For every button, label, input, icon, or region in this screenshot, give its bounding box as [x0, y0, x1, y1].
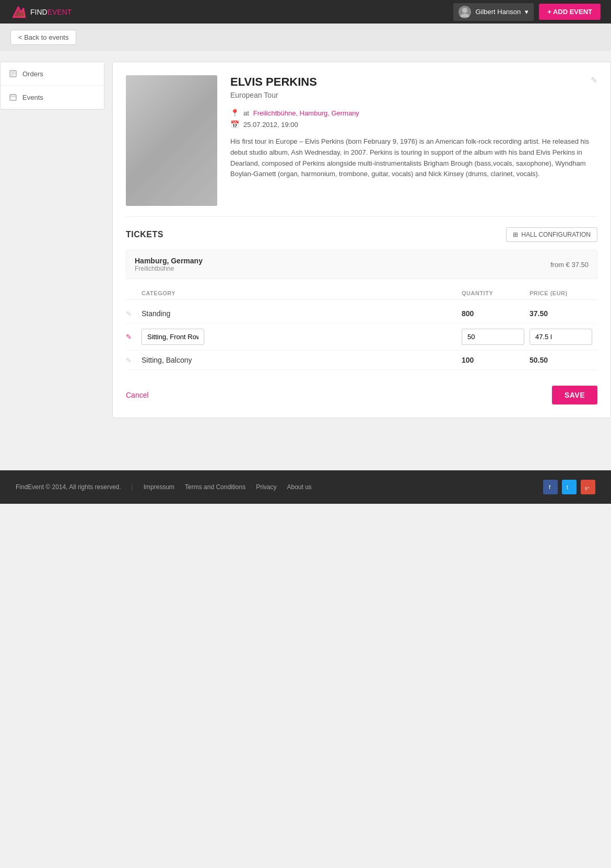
sidebar-item-events-label: Events	[22, 94, 43, 101]
footer-divider-1: |	[132, 483, 133, 491]
ticket-row-sitting-front: ✎	[126, 323, 597, 351]
add-event-button[interactable]: + ADD EVENT	[539, 4, 601, 20]
venue-info: Hamburg, Germany Freilichtbühne	[135, 257, 203, 272]
logo-text: FINDEVENT	[30, 8, 72, 16]
event-title-group: ELVIS PERKINS European Tour	[230, 75, 317, 109]
footer-social: f t g+	[543, 480, 595, 494]
event-image	[126, 75, 217, 206]
main-layout: Orders Events ELVIS PERKINS E	[0, 51, 611, 429]
event-top: ELVIS PERKINS European Tour ✎ 📍 at Freil…	[126, 75, 597, 206]
event-meta: 📍 at Freilichtbühne, Hamburg, Germany 📅 …	[230, 109, 597, 129]
user-name: Gilbert Hanson	[475, 8, 521, 16]
venue-sub: Freilichtbühne	[135, 265, 203, 272]
ticket-row-sitting-balcony: ✎ Sitting, Balcony 100 50.50	[126, 351, 597, 370]
location-prefix: at	[243, 109, 249, 117]
back-to-events-button[interactable]: < Back to events	[10, 30, 76, 45]
hall-config-label: HALL CONFIGURATION	[521, 231, 591, 238]
tickets-header: TICKETS ⊞ HALL CONFIGURATION	[126, 227, 597, 242]
sitting-balcony-price: 50.50	[530, 356, 597, 364]
tickets-section: TICKETS ⊞ HALL CONFIGURATION Hamburg, Ge…	[126, 216, 597, 404]
logo-icon	[10, 4, 26, 20]
col-category-header: CATEGORY	[142, 290, 462, 296]
event-title: ELVIS PERKINS	[230, 75, 317, 89]
action-row: Cancel SAVE	[126, 380, 597, 404]
sitting-front-edit-icon[interactable]: ✎	[126, 333, 142, 341]
facebook-icon[interactable]: f	[543, 480, 558, 494]
event-date: 25.07.2012, 19:00	[243, 121, 298, 129]
logo: FINDEVENT	[10, 4, 72, 20]
col-empty	[126, 290, 142, 296]
svg-text:f: f	[549, 484, 551, 490]
venue-name: Hamburg, Germany	[135, 257, 203, 265]
location-row: 📍 at Freilichtbühne, Hamburg, Germany	[230, 109, 597, 117]
col-quantity-header: QUANTITY	[462, 290, 530, 296]
standing-edit-icon[interactable]: ✎	[126, 310, 142, 318]
location-link[interactable]: Freilichtbühne, Hamburg, Germany	[253, 109, 359, 117]
event-detail: ELVIS PERKINS European Tour ✎ 📍 at Freil…	[112, 62, 611, 418]
event-subtitle: European Tour	[230, 91, 317, 99]
googleplus-icon[interactable]: g+	[581, 480, 595, 494]
sitting-front-quantity-input[interactable]	[462, 329, 524, 345]
grid-icon: ⊞	[513, 231, 518, 238]
standing-category: Standing	[142, 309, 462, 318]
back-bar: < Back to events	[0, 24, 611, 51]
event-title-row: ELVIS PERKINS European Tour ✎	[230, 75, 597, 109]
events-icon	[9, 93, 17, 101]
venue-price: from € 37.50	[550, 261, 589, 269]
sitting-front-price-input[interactable]	[530, 329, 592, 345]
event-description: His first tour in Europe – Elvis Perkins…	[230, 136, 597, 180]
ticket-row-standing: ✎ Standing 800 37.50	[126, 304, 597, 323]
footer-about-link[interactable]: About us	[287, 483, 311, 491]
ticket-table-header: CATEGORY QUANTITY PRICE (EUR)	[126, 287, 597, 300]
footer-privacy-link[interactable]: Privacy	[256, 483, 276, 491]
sidebar-item-orders[interactable]: Orders	[1, 62, 104, 86]
save-button[interactable]: SAVE	[552, 386, 597, 404]
footer-impressum-link[interactable]: Impressum	[144, 483, 174, 491]
user-selector[interactable]: Gilbert Hanson ▾	[453, 3, 534, 21]
orders-icon	[9, 70, 17, 78]
cancel-button[interactable]: Cancel	[126, 391, 149, 399]
footer: FindEvent © 2014, All rights reserved. |…	[0, 470, 611, 504]
event-info: ELVIS PERKINS European Tour ✎ 📍 at Freil…	[230, 75, 597, 206]
standing-quantity: 800	[462, 309, 530, 318]
sitting-balcony-edit-icon[interactable]: ✎	[126, 356, 142, 364]
footer-left: FindEvent © 2014, All rights reserved. |…	[16, 483, 312, 491]
svg-text:g+: g+	[585, 485, 590, 490]
sitting-balcony-category: Sitting, Balcony	[142, 356, 462, 364]
sitting-front-category-input[interactable]	[142, 329, 204, 345]
svg-point-2	[462, 8, 467, 13]
sidebar-item-orders-label: Orders	[22, 70, 43, 78]
user-avatar	[459, 6, 471, 18]
date-row: 📅 25.07.2012, 19:00	[230, 120, 597, 129]
sitting-balcony-quantity: 100	[462, 356, 530, 364]
col-price-header: PRICE (EUR)	[530, 290, 597, 296]
footer-copyright: FindEvent © 2014, All rights reserved.	[16, 483, 121, 491]
venue-block: Hamburg, Germany Freilichtbühne from € 3…	[126, 250, 597, 279]
twitter-icon[interactable]: t	[562, 480, 577, 494]
footer-terms-link[interactable]: Terms and Conditions	[185, 483, 245, 491]
hall-configuration-button[interactable]: ⊞ HALL CONFIGURATION	[506, 227, 597, 242]
sidebar-item-events[interactable]: Events	[1, 86, 104, 109]
location-icon: 📍	[230, 109, 239, 117]
standing-price: 37.50	[530, 309, 597, 318]
header-right: Gilbert Hanson ▾ + ADD EVENT	[453, 3, 601, 21]
svg-text:t: t	[567, 484, 568, 490]
calendar-icon: 📅	[230, 120, 239, 129]
tickets-title: TICKETS	[126, 230, 163, 239]
header: FINDEVENT Gilbert Hanson ▾ + ADD EVENT	[0, 0, 611, 24]
chevron-down-icon: ▾	[525, 8, 528, 16]
sidebar: Orders Events	[0, 62, 104, 110]
svg-rect-7	[10, 95, 16, 100]
edit-icon[interactable]: ✎	[591, 75, 597, 85]
